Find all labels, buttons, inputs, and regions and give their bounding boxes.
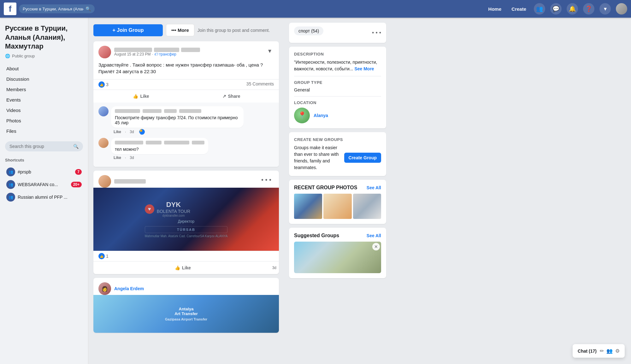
chat-label: Chat (17) [578,349,597,354]
more-button[interactable]: ••• More [166,24,194,36]
location-pin-icon: 📍 [298,111,306,120]
sidebar-nav: About Discussion Members Events Videos P… [5,63,83,136]
comment-avatar-1 [98,106,109,116]
nav-home[interactable]: Home [486,4,504,14]
suggested-groups-see-all[interactable]: See All [367,233,381,238]
post-card-1: August 15 at 2:23 PM · 🏷 трансфер ▾ Здра… [93,41,279,167]
search-icon: 🔍 [86,6,91,11]
create-group-button[interactable]: Create Group [344,153,381,163]
sidebar-item-about[interactable]: About [5,63,83,74]
post-avatar-2 [98,175,111,188]
messenger-icon[interactable]: 💬 [550,3,562,15]
share-button-1[interactable]: ↗ Share [186,91,276,101]
angela-name[interactable]: Angela Erdem [114,286,144,291]
like-icon: 👍 [133,94,138,99]
divider-1 [294,76,381,76]
suggested-groups-section: Suggested Groups See All ✕ [289,228,386,278]
sports-section: спорт (54) • • • [289,23,386,43]
post-image-3: Antalya Art Transfer Gazipasa Airport Tr… [93,295,279,333]
photo-thumb-1[interactable] [294,194,322,219]
comment-meta-1: Like · 3d 👍 1 [111,129,244,135]
create-group-text: Groups make it easier than ever to share… [294,144,340,171]
chat-contacts-button[interactable]: 👥 [606,348,613,354]
comment-avatar-2 [98,138,109,148]
right-panel: спорт (54) • • • DESCRIPTION "Интереснос… [284,18,391,364]
photo-thumb-3[interactable] [353,194,381,219]
location-name[interactable]: Alanya [314,113,328,118]
shortcut-item-websarafan[interactable]: 👥 WEBSARAFAN co... 20+ [5,178,83,191]
location-row: 📍 Alanya [294,108,381,123]
recent-photos-section: RECENT GROUP PHOTOS See All [289,180,386,224]
close-suggested-button[interactable]: ✕ [372,243,380,250]
description-title: DESCRIPTION [294,52,381,56]
group-search-box[interactable]: Search this group 🔍 [5,141,83,151]
shortcuts-title: Shortcuts [5,158,83,162]
chat-compose-button[interactable]: ✏ [600,348,604,354]
create-groups-title: CREATE NEW GROUPS [294,137,381,142]
like-badge-1: 👍 [98,81,105,88]
sidebar-item-files[interactable]: Files [5,126,83,136]
like-button-1[interactable]: 👍 Like [96,91,186,101]
shortcut-icon-prspb: 👥 [6,167,15,176]
suggested-groups-title: Suggested Groups [294,233,339,238]
shortcut-name-russian-alumni: Russian alumni of PFP ... [18,195,68,200]
action-hint: Join this group to post and comment. [198,28,270,33]
post-body-1: Здравствуйте . Такой вопрос : мне нужен … [93,58,279,79]
photos-grid [294,194,381,219]
comment-bubble-1: Посмотрите фирму трансфер 7/24. По стоим… [111,106,244,128]
shortcut-icon-websarafan: 👥 [6,180,15,189]
description-see-more[interactable]: See More [354,66,374,71]
chat-settings-button[interactable]: ⚙ [615,348,620,354]
create-group-section: CREATE NEW GROUPS Groups make it easier … [289,132,386,176]
group-type-value: General [294,87,381,92]
header-search[interactable]: 🔍 [19,4,95,13]
comment-like-badge-1: 👍 1 [139,129,145,135]
notifications-icon[interactable]: 🔔 [567,3,578,15]
sports-more-button[interactable]: • • • [372,30,381,36]
like-badge-2: 👍 [98,253,105,259]
facebook-logo[interactable]: f [4,3,16,15]
comments-section-1: Посмотрите фирму трансфер 7/24. По стоим… [93,103,279,167]
recent-photos-see-all[interactable]: See All [367,185,381,190]
recent-photos-title: RECENT GROUP PHOTOS [294,185,357,191]
location-title: LOCATION [294,100,381,105]
post-menu-button-1[interactable]: ▾ [266,46,274,56]
help-icon[interactable]: ❓ [583,3,594,15]
shortcut-icon-russian-alumni: 👥 [6,193,15,202]
sidebar-item-members[interactable]: Members [5,84,83,95]
post-header-2: • • • [93,171,279,188]
suggested-group-image[interactable]: ✕ [294,242,381,273]
shortcut-item-russian-alumni[interactable]: 👥 Russian alumni of PFP ... [5,191,83,203]
sidebar-item-discussion[interactable]: Discussion [5,74,83,84]
header-nav: Home Create 👥 💬 🔔 ❓ ▾ [486,3,627,15]
post-card-3: 👩 Angela Erdem Antalya Art Transfer Gazi… [93,278,279,333]
friends-icon[interactable]: 👥 [534,3,545,15]
search-input[interactable] [23,7,84,11]
sidebar-item-photos[interactable]: Photos [5,115,83,126]
shortcut-item-prspb[interactable]: 👥 #prspb 7 [5,166,83,178]
post-stats-1: 👍 3 35 Comments [93,79,279,90]
nav-create[interactable]: Create [509,4,529,14]
sidebar-item-events[interactable]: Events [5,95,83,105]
avatar[interactable] [616,3,627,15]
post-avatar-1 [98,46,111,58]
action-bar: + Join Group ••• More Join this group to… [93,24,279,36]
chat-bubble: Chat (17) ✏ 👥 ⚙ [573,344,625,358]
share-icon: ↗ [222,94,226,99]
menu-icon[interactable]: ▾ [599,3,611,15]
like-icon-2: 👍 [175,265,180,270]
sidebar: Русские в Турции, Аланья (Алания), Махму… [0,18,88,364]
main-feed: + Join Group ••• More Join this group to… [88,18,284,364]
sidebar-item-videos[interactable]: Videos [5,105,83,115]
shortcut-badge-prspb: 7 [75,169,82,175]
post-stats-2: 👍 1 [93,251,279,261]
sports-pill[interactable]: спорт (54) [294,26,323,35]
post-menu-button-2[interactable]: • • • [259,175,274,185]
globe-icon: 🌐 [5,54,10,58]
photo-thumb-2[interactable] [323,194,351,219]
join-group-button[interactable]: + Join Group [93,24,163,36]
like-button-2[interactable]: 👍 Like [96,263,270,273]
comment-bubble-2: тел можно? [111,138,208,154]
group-title: Русские в Турции, Аланья (Алания), Махму… [5,24,83,51]
divider-2 [294,96,381,97]
